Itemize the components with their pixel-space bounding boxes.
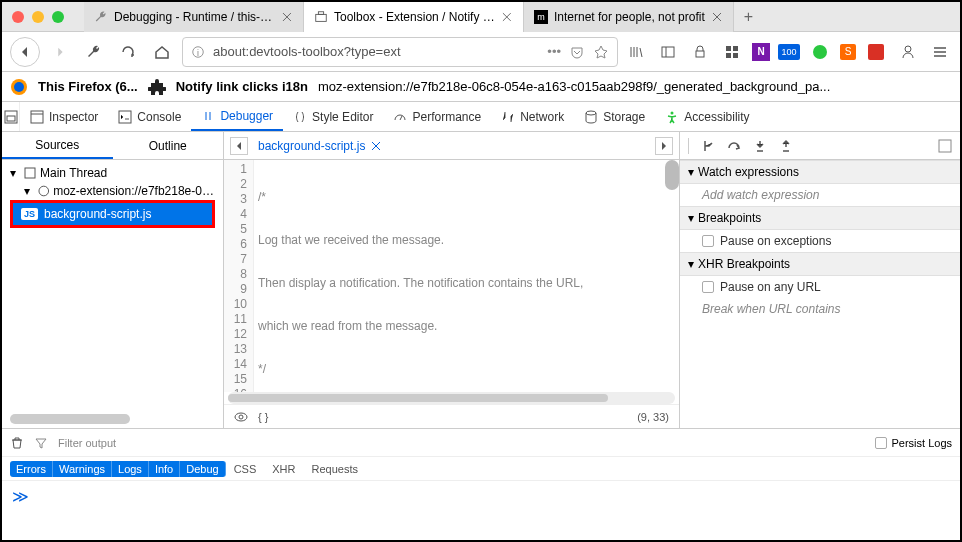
tab-debugger[interactable]: Debugger — [191, 102, 283, 131]
iframe-picker[interactable] — [2, 102, 20, 131]
close-icon[interactable] — [371, 141, 381, 151]
sources-tab[interactable]: Sources — [2, 132, 113, 159]
trash-icon[interactable] — [10, 436, 24, 450]
vertical-scrollbar[interactable] — [665, 160, 679, 190]
svg-rect-9 — [726, 53, 731, 58]
extension-header: This Firefox (6... Notify link clicks i1… — [2, 72, 960, 102]
debug-chip[interactable]: Debug — [180, 461, 225, 477]
xhr-filter[interactable]: XHR — [264, 461, 303, 477]
new-tab-button[interactable]: + — [734, 2, 763, 32]
browser-tab-toolbox[interactable]: Toolbox - Extension / Notify link — [304, 2, 524, 32]
svg-rect-10 — [733, 53, 738, 58]
url-bar[interactable]: i about:devtools-toolbox?type=ext ••• — [182, 37, 618, 67]
chevron-down-icon: ▾ — [688, 257, 694, 271]
ext-red-icon[interactable] — [864, 40, 888, 64]
sidebar-icon[interactable] — [656, 40, 680, 64]
tab-console[interactable]: Console — [108, 102, 191, 131]
console-input[interactable]: ≫ — [2, 481, 960, 511]
reload-button[interactable] — [114, 38, 142, 66]
ext-green-icon[interactable] — [808, 40, 832, 64]
svg-point-25 — [239, 415, 243, 419]
close-icon[interactable] — [501, 11, 513, 23]
horizontal-scrollbar[interactable] — [228, 392, 675, 404]
tab-performance[interactable]: Performance — [383, 102, 491, 131]
deactivate-icon[interactable] — [938, 139, 952, 153]
minimize-window[interactable] — [32, 11, 44, 23]
tab-style-editor[interactable]: Style Editor — [283, 102, 383, 131]
checkbox[interactable] — [875, 437, 887, 449]
source-file[interactable]: JS background-script.js — [13, 203, 212, 225]
library-icon[interactable] — [624, 40, 648, 64]
performance-icon — [393, 110, 407, 124]
eye-icon[interactable] — [234, 410, 248, 424]
home-button[interactable] — [148, 38, 176, 66]
filter-input[interactable]: Filter output — [58, 437, 558, 449]
ext-grid-icon[interactable] — [720, 40, 744, 64]
close-icon[interactable] — [711, 11, 723, 23]
maximize-window[interactable] — [52, 11, 64, 23]
step-in-icon[interactable] — [753, 139, 767, 153]
browser-tab-debugging[interactable]: Debugging - Runtime / this-fire — [84, 2, 304, 32]
wrench-icon — [86, 44, 102, 60]
tools-button[interactable] — [80, 38, 108, 66]
highlighted-file: JS background-script.js — [10, 200, 215, 228]
requests-filter[interactable]: Requests — [304, 461, 366, 477]
svg-rect-6 — [696, 51, 704, 57]
menu-icon[interactable] — [928, 40, 952, 64]
step-over-icon[interactable] — [727, 139, 741, 153]
horizontal-scrollbar[interactable] — [10, 414, 130, 424]
watch-header[interactable]: ▾Watch expressions — [680, 160, 960, 184]
checkbox[interactable] — [702, 235, 714, 247]
step-out-icon[interactable] — [779, 139, 793, 153]
thread-item[interactable]: ▾ Main Thread — [2, 164, 223, 182]
pause-any-url-checkbox[interactable]: Pause on any URL — [680, 276, 960, 298]
xhr-breakpoints-header[interactable]: ▾XHR Breakpoints — [680, 252, 960, 276]
info-chip[interactable]: Info — [149, 461, 180, 477]
svg-rect-12 — [868, 44, 884, 60]
ext-badge-icon[interactable]: 100 — [778, 44, 800, 60]
ext-orange-icon[interactable]: S — [840, 44, 856, 60]
debugger-sidebar: ▾Watch expressions Add watch expression … — [680, 132, 960, 428]
pretty-print-button[interactable]: { } — [258, 411, 268, 423]
file-label: background-script.js — [44, 207, 151, 221]
persist-logs-checkbox[interactable]: Persist Logs — [875, 437, 952, 449]
resume-icon[interactable] — [701, 139, 715, 153]
collapse-panes-button[interactable] — [230, 137, 248, 155]
css-filter[interactable]: CSS — [226, 461, 265, 477]
break-url-input[interactable]: Break when URL contains — [680, 298, 960, 320]
more-icon[interactable]: ••• — [547, 44, 561, 59]
star-icon[interactable] — [593, 44, 609, 60]
back-button[interactable] — [10, 37, 40, 67]
ext-lock-icon[interactable] — [688, 40, 712, 64]
checkbox[interactable] — [702, 281, 714, 293]
code-editor[interactable]: 1234567891011121314151617 /* Log that we… — [224, 160, 679, 392]
svg-text:i: i — [197, 47, 199, 57]
ext-onenote-icon[interactable]: N — [752, 43, 770, 61]
svg-point-24 — [235, 413, 247, 421]
forward-button[interactable] — [46, 38, 74, 66]
warnings-chip[interactable]: Warnings — [53, 461, 112, 477]
close-icon[interactable] — [281, 11, 293, 23]
code-content[interactable]: /* Log that we received the message. The… — [254, 160, 679, 392]
editor-file-tab[interactable]: background-script.js — [258, 139, 381, 153]
prompt-icon: ≫ — [12, 487, 29, 506]
chevron-down-icon: ▾ — [688, 165, 694, 179]
account-icon[interactable] — [896, 40, 920, 64]
collapse-right-button[interactable] — [655, 137, 673, 155]
breakpoints-header[interactable]: ▾Breakpoints — [680, 206, 960, 230]
browser-tab-mozilla[interactable]: m Internet for people, not profit — [524, 2, 734, 32]
add-watch-input[interactable]: Add watch expression — [680, 184, 960, 206]
logs-chip[interactable]: Logs — [112, 461, 149, 477]
outline-tab[interactable]: Outline — [113, 132, 224, 159]
pocket-icon[interactable] — [569, 44, 585, 60]
console-filter-chips: Errors Warnings Logs Info Debug CSS XHR … — [2, 457, 960, 481]
errors-chip[interactable]: Errors — [10, 461, 53, 477]
close-window[interactable] — [12, 11, 24, 23]
info-icon[interactable]: i — [191, 45, 205, 59]
tab-accessibility[interactable]: Accessibility — [655, 102, 759, 131]
extension-folder[interactable]: ▾ moz-extension://e7fb218e-06c8 — [2, 182, 223, 200]
tab-inspector[interactable]: Inspector — [20, 102, 108, 131]
pause-exceptions-checkbox[interactable]: Pause on exceptions — [680, 230, 960, 252]
tab-storage[interactable]: Storage — [574, 102, 655, 131]
tab-network[interactable]: Network — [491, 102, 574, 131]
